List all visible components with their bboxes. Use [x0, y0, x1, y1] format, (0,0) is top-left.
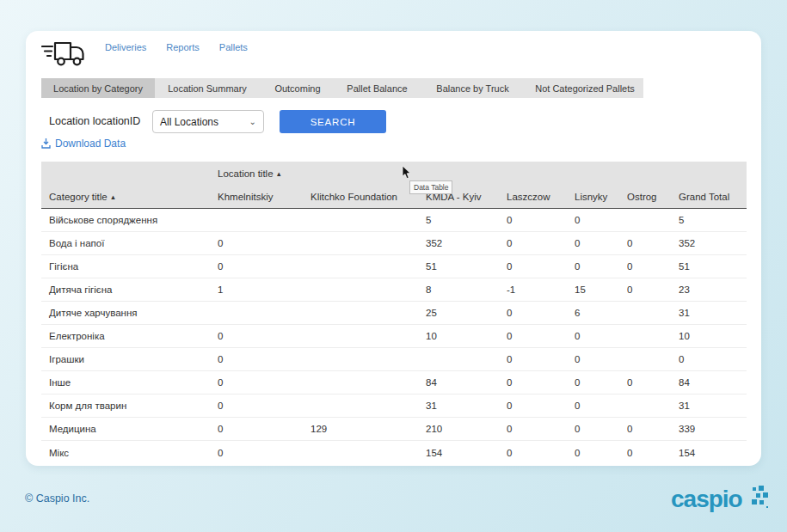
value-cell: 51: [679, 261, 747, 272]
value-cell: 0: [627, 284, 679, 295]
value-cell: 0: [575, 215, 627, 225]
value-cell: 0: [575, 331, 627, 341]
value-cell: -1: [507, 284, 575, 295]
value-cell: 0: [507, 354, 575, 364]
value-cell: 31: [679, 401, 747, 411]
column-header-khmelnitskiy: Khmelnitskiy: [218, 192, 310, 202]
value-cell: 352: [426, 238, 507, 248]
column-header-klitchko-foundation: Klitchko Foundation: [310, 192, 426, 202]
download-icon: [41, 138, 51, 149]
tab-bar: Location by CategoryLocation SummaryOutc…: [41, 78, 643, 98]
caspio-logo-text: caspio: [671, 485, 742, 514]
table-row: Інше08400084: [41, 371, 747, 394]
value-cell: 0: [218, 261, 310, 272]
category-cell: Військове спорядження: [41, 215, 218, 225]
group-header-location-title[interactable]: Location title▲: [218, 168, 747, 179]
table-row: Дитяче харчування250631: [41, 302, 747, 325]
value-cell: 8: [426, 284, 507, 295]
value-cell: 0: [218, 424, 310, 434]
value-cell: 0: [507, 215, 575, 225]
value-cell: 10: [426, 331, 507, 341]
column-header-category-title[interactable]: Category title▲: [41, 192, 218, 202]
value-cell: 0: [218, 377, 310, 388]
value-cell: 0: [218, 238, 310, 248]
value-cell: 0: [575, 424, 627, 434]
nav-link-pallets[interactable]: Pallets: [219, 42, 248, 52]
table-row: Медицина0129210000339: [41, 418, 747, 441]
data-table-tooltip: Data Table: [409, 180, 452, 194]
category-cell: Гігієна: [41, 261, 218, 272]
category-cell: Медицина: [41, 424, 218, 434]
column-header-grand-total: Grand Total: [679, 192, 747, 202]
chevron-down-icon: ⌄: [249, 117, 256, 126]
value-cell: 0: [218, 331, 310, 341]
copyright-link[interactable]: © Caspio Inc.: [25, 492, 89, 504]
value-cell: 0: [218, 448, 310, 458]
nav-link-deliveries[interactable]: Deliveries: [105, 42, 146, 52]
nav-link-reports[interactable]: Reports: [166, 42, 200, 52]
value-cell: 6: [575, 308, 627, 318]
value-cell: 339: [679, 424, 747, 434]
value-cell: 0: [507, 377, 575, 388]
value-cell: 0: [627, 261, 679, 272]
table-row: Корм для тварин0310031: [41, 394, 747, 418]
category-cell: Вода і напої: [41, 238, 218, 248]
table-row: Електроніка0100010: [41, 325, 747, 348]
value-cell: 0: [575, 448, 627, 458]
value-cell: 51: [426, 261, 507, 272]
value-cell: 0: [507, 238, 575, 248]
value-cell: 352: [679, 238, 747, 248]
value-cell: 0: [575, 238, 627, 248]
value-cell: 25: [426, 308, 507, 318]
tab-location-summary[interactable]: Location Summary: [155, 78, 260, 98]
search-button[interactable]: SEARCH: [280, 110, 386, 133]
table-row: Мікс0154000154: [41, 441, 747, 464]
value-cell: 0: [679, 354, 747, 364]
value-cell: 0: [507, 424, 575, 434]
table-row: Іграшки0000: [41, 348, 747, 371]
value-cell: 5: [679, 215, 747, 225]
value-cell: 0: [575, 401, 627, 411]
value-cell: 5: [426, 215, 507, 225]
value-cell: 31: [679, 308, 747, 318]
sort-asc-icon: ▲: [276, 170, 282, 178]
value-cell: 0: [507, 261, 575, 272]
column-header-lisnyky: Lisnyky: [575, 192, 627, 202]
value-cell: 15: [575, 284, 627, 295]
value-cell: 210: [426, 424, 507, 434]
tab-outcoming[interactable]: Outcoming: [260, 78, 335, 98]
category-cell: Іграшки: [41, 354, 218, 364]
tab-not-categorized-pallets[interactable]: Not Categorized Pallets: [526, 78, 643, 98]
tab-balance-by-truck[interactable]: Balance by Truck: [419, 78, 526, 98]
download-data[interactable]: Download Data: [41, 138, 126, 150]
category-cell: Інше: [41, 377, 218, 388]
value-cell: 0: [507, 401, 575, 411]
value-cell: 84: [679, 377, 747, 388]
delivery-truck-logo-icon: [41, 37, 86, 70]
category-cell: Дитяча гігієна: [41, 284, 218, 295]
app-card: DeliveriesReportsPallets Location by Cat…: [26, 31, 761, 466]
value-cell: 0: [575, 377, 627, 388]
table-row: Гігієна05100051: [41, 255, 747, 278]
download-data-link[interactable]: Download Data: [55, 138, 126, 150]
tab-pallet-balance[interactable]: Pallet Balance: [335, 78, 419, 98]
value-cell: 0: [218, 354, 310, 364]
dropdown-value: All Locations: [160, 116, 218, 128]
column-header-laszczow: Laszczow: [507, 192, 575, 202]
table-body: Військове спорядження5005Вода і напої035…: [41, 209, 747, 464]
tab-location-by-category[interactable]: Location by Category: [41, 78, 155, 98]
category-cell: Електроніка: [41, 331, 218, 341]
value-cell: 0: [627, 424, 679, 434]
category-cell: Мікс: [41, 448, 218, 458]
value-cell: 31: [426, 401, 507, 411]
page: { "nav": { "links": ["Deliveries", "Repo…: [0, 0, 787, 532]
table-row: Дитяча гігієна18-115023: [41, 278, 747, 302]
value-cell: 10: [679, 331, 747, 341]
data-table: Location title▲ Category title▲Khmelnits…: [41, 162, 747, 464]
value-cell: 0: [507, 448, 575, 458]
category-cell: Дитяче харчування: [41, 308, 218, 318]
value-cell: 0: [507, 331, 575, 341]
locations-dropdown[interactable]: All Locations ⌄: [152, 110, 264, 133]
value-cell: 0: [627, 448, 679, 458]
column-header-ostrog: Ostrog: [627, 192, 679, 202]
